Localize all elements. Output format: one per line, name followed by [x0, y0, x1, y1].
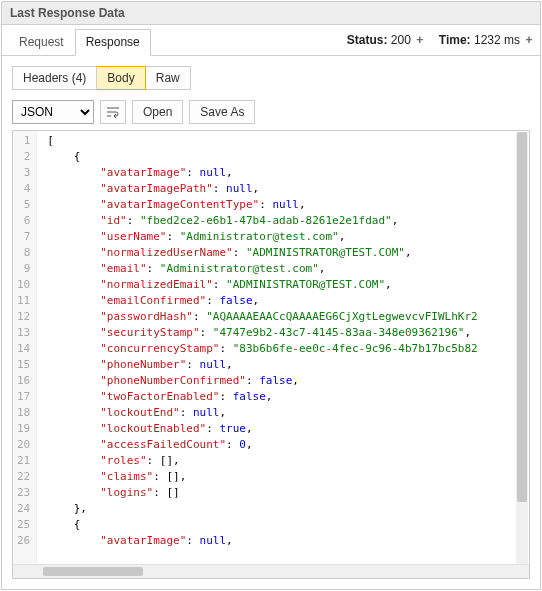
code-line: "phoneNumber": null,: [47, 357, 529, 373]
panel-title: Last Response Data: [2, 2, 540, 25]
code-line: "claims": [],: [47, 469, 529, 485]
code-line: "emailConfirmed": false,: [47, 293, 529, 309]
code-line: "concurrencyStamp": "83b6b6fe-ee0c-4fec-…: [47, 341, 529, 357]
plus-icon[interactable]: +: [415, 33, 425, 47]
code-line: {: [47, 149, 529, 165]
code-line: },: [47, 501, 529, 517]
plus-icon[interactable]: +: [524, 33, 534, 47]
tab-response[interactable]: Response: [75, 29, 151, 56]
horizontal-scrollbar[interactable]: [13, 564, 529, 578]
viewtab-raw[interactable]: Raw: [146, 66, 191, 90]
code-line: {: [47, 517, 529, 533]
code-line: "normalizedEmail": "ADMINISTRATOR@TEST.C…: [47, 277, 529, 293]
tab-strip: Request Response Status: 200 + Time: 123…: [2, 25, 540, 56]
format-select[interactable]: JSON: [12, 100, 94, 124]
code-line: "avatarImageContentType": null,: [47, 197, 529, 213]
code-line: "avatarImage": null,: [47, 165, 529, 181]
saveas-button[interactable]: Save As: [189, 100, 255, 124]
wrap-icon[interactable]: [100, 100, 126, 124]
code-line: "userName": "Administrator@test.com",: [47, 229, 529, 245]
code-line: [: [47, 133, 529, 149]
time-value: 1232 ms: [474, 33, 520, 47]
code-line: "avatarImage": null,: [47, 533, 529, 549]
code-line: "roles": [],: [47, 453, 529, 469]
tab-request[interactable]: Request: [8, 29, 75, 55]
code-editor: 1234567891011121314151617181920212223242…: [12, 130, 530, 579]
status-bar: Status: 200 + Time: 1232 ms +: [347, 33, 534, 51]
code-line: "securityStamp": "4747e9b2-43c7-4145-83a…: [47, 325, 529, 341]
code-area[interactable]: [ { "avatarImage": null, "avatarImagePat…: [37, 131, 529, 564]
code-line: "twoFactorEnabled": false,: [47, 389, 529, 405]
open-button[interactable]: Open: [132, 100, 183, 124]
time-label: Time:: [439, 33, 471, 47]
vertical-scrollbar-thumb[interactable]: [517, 132, 527, 502]
view-tabs: Headers (4) Body Raw: [12, 66, 530, 90]
body-toolbar: JSON Open Save As: [12, 100, 530, 124]
code-line: "lockoutEnabled": true,: [47, 421, 529, 437]
code-line: "normalizedUserName": "ADMINISTRATOR@TES…: [47, 245, 529, 261]
status-value: 200: [391, 33, 411, 47]
response-panel: Last Response Data Request Response Stat…: [1, 1, 541, 590]
line-gutter: 1234567891011121314151617181920212223242…: [13, 131, 37, 564]
vertical-scrollbar[interactable]: [516, 132, 528, 564]
status-label: Status:: [347, 33, 388, 47]
code-line: "accessFailedCount": 0,: [47, 437, 529, 453]
code-line: "passwordHash": "AQAAAAEAACcQAAAAEG6CjXg…: [47, 309, 529, 325]
code-line: "phoneNumberConfirmed": false,: [47, 373, 529, 389]
code-line: "logins": []: [47, 485, 529, 501]
code-line: "email": "Administrator@test.com",: [47, 261, 529, 277]
viewtab-headers[interactable]: Headers (4): [12, 66, 97, 90]
horizontal-scrollbar-thumb[interactable]: [43, 567, 143, 576]
code-line: "avatarImagePath": null,: [47, 181, 529, 197]
viewtab-body[interactable]: Body: [97, 66, 145, 90]
code-line: "id": "fbed2ce2-e6b1-47b4-adab-8261e2e1f…: [47, 213, 529, 229]
code-line: "lockoutEnd": null,: [47, 405, 529, 421]
